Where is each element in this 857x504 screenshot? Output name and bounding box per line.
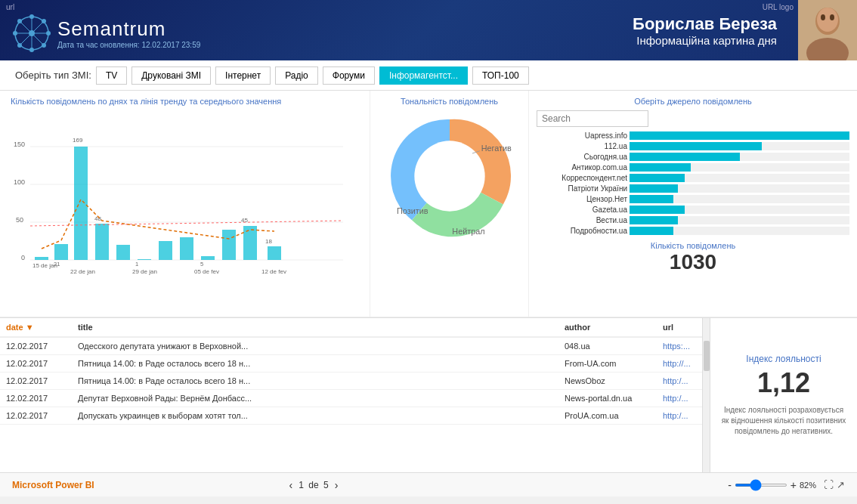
powerbi-link[interactable]: Microsoft Power BI (12, 480, 94, 490)
loyalty-label: Індекс лояльності (746, 354, 821, 364)
person-name: Борислав Береза (633, 14, 777, 34)
svg-point-11 (42, 43, 46, 48)
sources-panel: Оберіть джерело повідомлень Uapress.info… (529, 91, 857, 317)
btn-radio[interactable]: Радіо (275, 66, 318, 85)
avatar-area (798, 0, 857, 60)
prev-page-button[interactable]: ‹ (289, 479, 293, 491)
svg-text:22 de jan: 22 de jan (70, 268, 95, 275)
search-input[interactable] (537, 110, 648, 127)
bar-chart-svg: 0 50 100 150 15 de jan 21 169 22 de jan … (11, 109, 360, 290)
source-name: Вести.ua (537, 216, 627, 224)
col-title[interactable]: title (72, 318, 558, 337)
cell-title: Пятница 14.00: в Раде осталось всего 18 … (72, 355, 558, 373)
source-row: Gazeta.ua (537, 206, 849, 214)
cell-author: NewsOboz (558, 373, 657, 390)
logo-area: Semantrum Дата та час оновлення: 12.02.2… (12, 14, 200, 53)
cell-title: Одесского депутата унижают в Верховной..… (72, 337, 558, 355)
source-bar-wrap (630, 163, 849, 172)
svg-text:150: 150 (14, 141, 25, 148)
source-name: Сьогодня.ua (537, 153, 627, 161)
table-row: 12.02.2017 Депутат Верховной Рады: Вернё… (0, 390, 710, 407)
source-name: 112.ua (537, 142, 627, 150)
page-sep: de (308, 480, 318, 490)
scrollbar-thumb[interactable] (704, 341, 710, 371)
svg-text:05 de fev: 05 de fev (194, 268, 219, 275)
svg-text:100: 100 (14, 178, 25, 186)
next-page-button[interactable]: › (335, 479, 339, 491)
svg-text:5: 5 (200, 261, 203, 267)
zoom-slider[interactable] (735, 484, 787, 487)
btn-top100[interactable]: ТОП-100 (472, 66, 529, 85)
svg-text:18: 18 (265, 238, 272, 245)
source-name: Патріоти України (537, 184, 627, 193)
share-icon[interactable]: ↗ (837, 479, 845, 490)
svg-text:Позитив: Позитив (397, 206, 428, 215)
svg-rect-46 (222, 230, 236, 260)
svg-point-53 (414, 141, 484, 211)
svg-text:29 de jan: 29 de jan (132, 268, 157, 275)
svg-text:1: 1 (135, 261, 138, 267)
zoom-minus-button[interactable]: - (728, 479, 732, 491)
table-row: 12.02.2017 Допускать украинцев к выборам… (0, 407, 710, 425)
expand-icon[interactable]: ⛶ (824, 479, 834, 490)
source-row: 112.ua (537, 142, 849, 150)
source-bar-wrap (630, 195, 849, 203)
svg-point-9 (46, 31, 51, 36)
header: url URL logo Semantrum Дата та час оновл… (0, 0, 857, 60)
source-bar-wrap (630, 131, 849, 140)
svg-text:12 de fev: 12 de fev (261, 268, 286, 275)
source-bar-wrap (630, 227, 849, 235)
svg-rect-32 (74, 147, 88, 260)
table-scrollbar[interactable] (702, 318, 710, 472)
cell-title: Депутат Верховной Рады: Вернём Донбасс..… (72, 390, 558, 407)
svg-rect-41 (159, 241, 172, 260)
url-label: url (6, 3, 14, 11)
col-author[interactable]: author (558, 318, 657, 337)
source-bar-wrap (630, 153, 849, 161)
avatar-image (798, 0, 857, 60)
donut-svg: Негатив Позитив Нейтрал (385, 112, 514, 240)
source-bar (630, 195, 673, 203)
cell-author: 048.ua (558, 337, 657, 355)
col-date[interactable]: date ▼ (0, 318, 72, 337)
zoom-plus-button[interactable]: + (790, 479, 797, 491)
svg-point-17 (817, 8, 838, 32)
page-total: 5 (323, 480, 329, 490)
source-row: Антикор.com.ua (537, 163, 849, 172)
source-row: Вести.ua (537, 216, 849, 224)
source-name: Цензор.Нет (537, 195, 627, 203)
bottom-bar: Microsoft Power BI ‹ 1 de 5 › - + 82% ⛶ … (0, 472, 857, 496)
source-bar (630, 227, 673, 235)
btn-agencies[interactable]: Інформагентст... (379, 66, 468, 85)
cell-date: 12.02.2017 (0, 355, 72, 373)
source-bar-wrap (630, 142, 849, 150)
cell-date: 12.02.2017 (0, 390, 72, 407)
svg-rect-30 (54, 244, 68, 260)
source-row: Корреспондент.net (537, 174, 849, 182)
source-bar-wrap (630, 216, 849, 224)
source-name: Uapress.info (537, 131, 627, 140)
donut-panel: Тональність повідомлень Негатив Позитив … (370, 91, 529, 317)
cell-date: 12.02.2017 (0, 407, 72, 425)
source-name: Антикор.com.ua (537, 163, 627, 172)
svg-point-7 (29, 48, 34, 52)
svg-point-13 (17, 43, 22, 48)
logo-subtitle: Дата та час оновлення: 12.02.2017 23:59 (57, 41, 200, 49)
btn-forums[interactable]: Форуми (323, 66, 375, 85)
svg-rect-43 (201, 256, 215, 260)
btn-tv[interactable]: TV (96, 66, 127, 85)
cell-title: Допускать украинцев к выборам хотят тол.… (72, 407, 558, 425)
svg-rect-49 (268, 246, 281, 260)
page-navigation: ‹ 1 de 5 › (289, 479, 339, 491)
loyalty-value: 1,12 (757, 367, 810, 399)
btn-internet[interactable]: Інтернет (215, 66, 271, 85)
source-bar-wrap (630, 184, 849, 193)
top-bar: Оберіть тип ЗМІ: TV Друковані ЗМІ Інтерн… (0, 60, 857, 91)
data-table: date ▼ title author url 12.02.2017 Одесс… (0, 318, 710, 425)
svg-point-18 (821, 14, 825, 20)
source-bar (630, 174, 685, 182)
svg-point-6 (29, 14, 34, 19)
btn-print[interactable]: Друковані ЗМІ (131, 66, 211, 85)
count-value: 1030 (537, 250, 849, 274)
source-bar (630, 163, 691, 172)
